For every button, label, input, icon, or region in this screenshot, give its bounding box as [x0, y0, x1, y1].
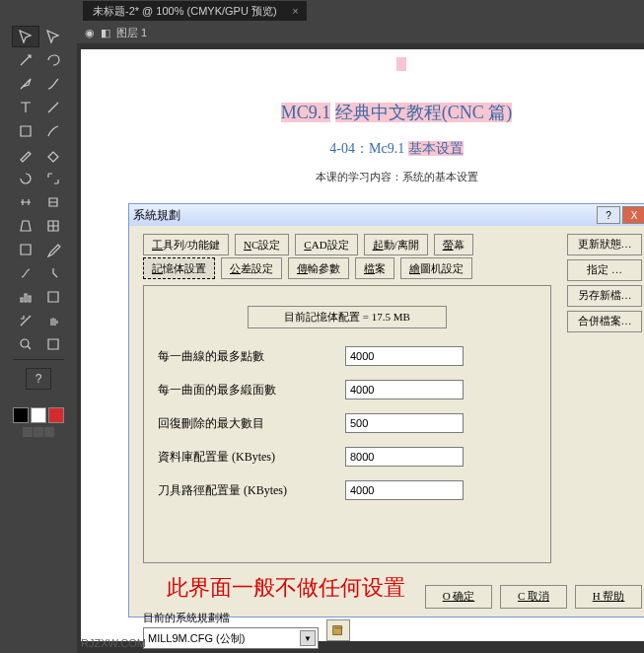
field-label: 每一曲線的最多點數: [158, 348, 345, 365]
chevron-down-icon: ▼: [300, 630, 316, 646]
config-file-label: 目前的系統規劃檔: [143, 611, 319, 625]
side-buttons: 更新狀態…指定 …另存新檔…合併檔案…: [567, 234, 642, 332]
blend-tool[interactable]: [12, 262, 39, 284]
side-action-button[interactable]: 另存新檔…: [567, 285, 642, 307]
eyedropper-tool[interactable]: [39, 239, 67, 260]
field-input[interactable]: [345, 413, 464, 433]
field-input[interactable]: [345, 346, 464, 366]
subtitle-prefix: 4-04：Mc9.1: [329, 141, 404, 156]
eye-icon[interactable]: ◉: [85, 27, 95, 39]
config-file-combo[interactable]: MILL9M.CFG (公制) ▼: [143, 627, 319, 649]
column-graph-tool[interactable]: [12, 286, 39, 308]
config-tab[interactable]: 記憶体設置: [143, 257, 215, 279]
config-tab[interactable]: 繪圖机設定: [400, 257, 472, 279]
help-button[interactable]: H 帮助: [575, 585, 642, 609]
config-tab[interactable]: 傳輸參數: [288, 257, 349, 279]
layer-bar: ◉ ◧ 图层 1: [77, 22, 644, 43]
swatch-white[interactable]: [31, 407, 46, 423]
perspective-tool[interactable]: [12, 215, 39, 237]
slice-tool[interactable]: [12, 310, 39, 331]
swatch-black[interactable]: [13, 407, 29, 423]
config-tab[interactable]: 螢幕: [434, 234, 473, 255]
tab-title: 未标题-2* @ 100% (CMYK/GPU 预览): [93, 4, 277, 19]
magic-wand-tool[interactable]: [12, 49, 39, 71]
field-label: 回復刪除的最大數目: [158, 415, 345, 432]
ok-button[interactable]: O 确定: [425, 585, 492, 609]
config-tab[interactable]: NC設定: [235, 234, 289, 255]
artboard-tool[interactable]: [39, 286, 67, 308]
memory-info: 目前記憶体配置 = 17.5 MB: [248, 306, 447, 328]
width-tool[interactable]: [12, 191, 39, 213]
line-tool[interactable]: [39, 97, 67, 118]
symbol-sprayer-tool[interactable]: [39, 262, 67, 284]
zoom-tool[interactable]: [12, 333, 39, 355]
doc-subtitle: 4-04：Mc9.1 基本设置: [81, 140, 644, 158]
paintbrush-tool[interactable]: [39, 120, 67, 142]
pencil-tool[interactable]: [12, 144, 39, 166]
swatch-red[interactable]: [48, 407, 64, 423]
doc-title: MC9.1 经典中文教程(CNC 篇): [81, 101, 644, 124]
document-tab[interactable]: 未标题-2* @ 100% (CMYK/GPU 预览): [83, 1, 307, 21]
mode-icon[interactable]: [23, 427, 33, 437]
config-tab[interactable]: 檔案: [355, 257, 394, 279]
direct-select-tool[interactable]: [39, 26, 67, 47]
help-tool[interactable]: ?: [26, 368, 51, 390]
mode-icons: [23, 427, 54, 437]
document-tab-bar: 未标题-2* @ 100% (CMYK/GPU 预览): [0, 0, 644, 22]
cursor-marker: [396, 57, 406, 71]
config-row: 每一曲面的最多緞面數: [158, 380, 537, 399]
browse-file-button[interactable]: [326, 619, 350, 641]
side-action-button[interactable]: 更新狀態…: [567, 234, 642, 255]
watermark: RJZXW.COM: [81, 637, 146, 649]
pen-tool[interactable]: [12, 73, 39, 95]
dialog-title: 系統規劃: [133, 207, 180, 224]
title-prefix: MC9.1: [281, 103, 331, 122]
curvature-tool[interactable]: [39, 73, 67, 95]
dialog-titlebar[interactable]: 系統規劃 ? X: [129, 204, 644, 226]
field-label: 資料庫配置量 (KBytes): [158, 449, 345, 466]
layers-icon[interactable]: ◧: [101, 27, 110, 39]
side-action-button[interactable]: 指定 …: [567, 259, 642, 281]
dialog-close-button[interactable]: X: [622, 206, 644, 224]
config-row: 刀具路徑配置量 (KBytes): [158, 480, 537, 500]
rotate-tool[interactable]: [12, 168, 39, 189]
color-swatches: [13, 407, 64, 423]
mode-icon[interactable]: [44, 427, 54, 437]
memory-panel: 目前記憶体配置 = 17.5 MB 每一曲線的最多點數每一曲面的最多緞面數回復刪…: [143, 285, 551, 563]
config-tab[interactable]: CAD設定: [295, 234, 357, 255]
scale-tool[interactable]: [39, 168, 67, 189]
mode-icon[interactable]: [34, 427, 43, 437]
field-input[interactable]: [345, 447, 464, 467]
rectangle-tool[interactable]: [12, 120, 39, 142]
divider: [13, 359, 64, 360]
field-input[interactable]: [345, 480, 464, 500]
combo-value: MILL9M.CFG (公制): [148, 631, 245, 646]
title-main: 经典中文教程(CNC 篇): [335, 103, 513, 122]
field-label: 每一曲面的最多緞面數: [158, 382, 345, 399]
config-tab[interactable]: 起動/离開: [364, 234, 428, 255]
tools-panel: ?: [0, 22, 77, 653]
field-input[interactable]: [345, 380, 464, 399]
doc-note: 本课的学习内容：系统的基本设置: [81, 170, 644, 184]
mesh-tool[interactable]: [39, 215, 67, 237]
config-tab[interactable]: 工具列/功能鍵: [143, 234, 229, 255]
type-tool[interactable]: [12, 97, 39, 118]
layer-name[interactable]: 图层 1: [116, 26, 147, 40]
config-tab[interactable]: 公差設定: [221, 257, 282, 279]
config-row: 回復刪除的最大數目: [158, 413, 537, 433]
hand-tool[interactable]: [39, 310, 67, 331]
dialog-help-button[interactable]: ?: [597, 206, 620, 224]
artboard: MC9.1 经典中文教程(CNC 篇) 4-04：Mc9.1 基本设置 本课的学…: [81, 49, 644, 641]
field-label: 刀具路徑配置量 (KBytes): [158, 482, 345, 499]
system-config-dialog: 系統規劃 ? X 工具列/功能鍵NC設定CAD設定起動/离開螢幕 記憶体設置公差…: [128, 203, 644, 617]
cancel-button[interactable]: C 取消: [500, 585, 567, 609]
shape-builder-tool[interactable]: [39, 191, 67, 213]
lasso-tool[interactable]: [39, 49, 67, 71]
svg-rect-0: [333, 625, 342, 634]
eraser-tool[interactable]: [39, 144, 67, 166]
selection-tool[interactable]: [12, 26, 39, 47]
config-row: 資料庫配置量 (KBytes): [158, 447, 537, 467]
side-action-button[interactable]: 合併檔案…: [567, 311, 642, 332]
gradient-tool[interactable]: [12, 239, 39, 260]
toggle-fill-tool[interactable]: [39, 333, 67, 355]
